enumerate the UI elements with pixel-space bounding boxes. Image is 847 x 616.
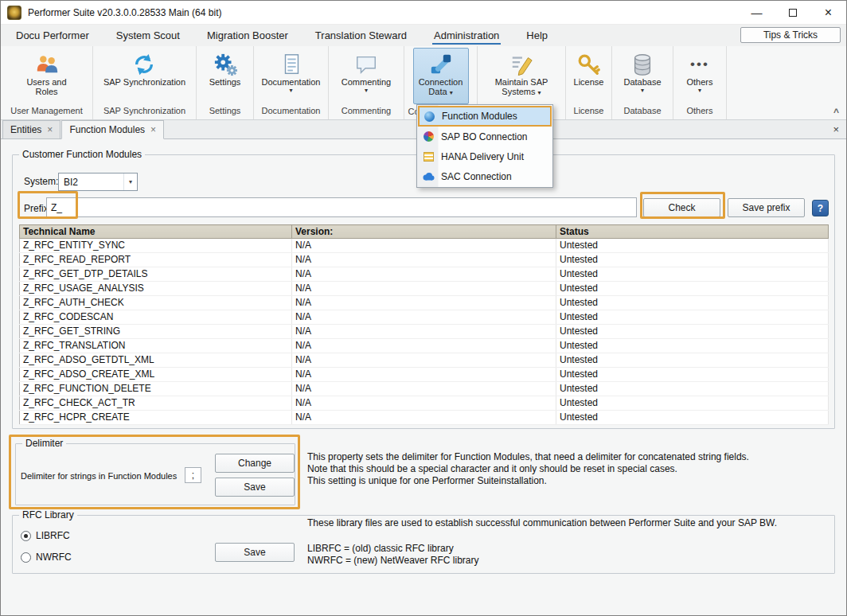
ribbon-group-user-management: Users and Roles User Management	[1, 46, 93, 119]
table-row[interactable]: Z_RFC_CHECK_ACT_TR N/A Untested	[20, 396, 829, 411]
ellipsis-icon: •••	[690, 51, 709, 77]
cell-technical-name: Z_RFC_CHECK_ACT_TR	[20, 396, 292, 411]
save-prefix-button[interactable]: Save prefix	[728, 198, 805, 217]
librfc-radio[interactable]: LIBRFC	[21, 530, 70, 541]
cell-version: N/A	[292, 253, 556, 267]
close-icon[interactable]: ×	[150, 124, 156, 135]
table-row[interactable]: Z_RFC_CODESCAN N/A Untested	[20, 310, 829, 325]
close-icon[interactable]: ×	[47, 124, 53, 135]
menu-item-function-modules[interactable]: Function Modules	[418, 106, 552, 127]
ribbon-caption-commenting: Commenting	[329, 103, 404, 119]
nwrfc-radio[interactable]: NWRFC	[21, 552, 72, 563]
chevron-down-icon: ▾	[365, 87, 368, 94]
rfc-description-line1: These library files are used to establis…	[307, 517, 777, 528]
others-button[interactable]: ••• Others ▾	[683, 48, 716, 95]
settings-button[interactable]: Settings	[206, 48, 244, 88]
database-button[interactable]: Database ▾	[620, 48, 664, 95]
users-and-roles-button[interactable]: Users and Roles	[21, 48, 73, 97]
table-row[interactable]: Z_RFC_TRANSLATION N/A Untested	[20, 339, 829, 353]
delimiter-input[interactable]	[185, 467, 201, 483]
pencil-edit-icon	[509, 51, 533, 77]
table-row[interactable]: Z_RFC_GET_STRING N/A Untested	[20, 325, 829, 339]
table-row[interactable]: Z_RFC_USAGE_ANALYSIS N/A Untested	[20, 282, 829, 296]
cell-status: Untested	[556, 368, 829, 382]
column-header-status[interactable]: Status	[556, 225, 829, 239]
menubar: Docu Performer System Scout Migration Bo…	[1, 25, 846, 46]
menu-item-sac-connection[interactable]: SAC Connection	[418, 166, 552, 186]
cell-version: N/A	[292, 296, 556, 310]
ribbon-caption-license: License	[566, 103, 611, 119]
window-controls: — ×	[739, 1, 846, 24]
table-row[interactable]: Z_RFC_FUNCTION_DELETE N/A Untested	[20, 382, 829, 396]
cell-status: Untested	[556, 239, 829, 253]
key-icon	[576, 51, 600, 77]
minimize-icon: —	[751, 6, 763, 19]
cell-version: N/A	[292, 353, 556, 368]
minimize-button[interactable]: —	[739, 1, 775, 24]
table-row[interactable]: Z_RFC_GET_DTP_DETAILS N/A Untested	[20, 267, 829, 282]
sap-synchronization-button[interactable]: SAP Synchronization	[100, 48, 189, 88]
maintain-sap-systems-button[interactable]: Maintain SAP Systems ▾	[489, 48, 554, 97]
ribbon-group-others: ••• Others ▾ Others	[673, 46, 727, 119]
change-delimiter-button[interactable]: Change	[215, 454, 295, 473]
documentation-button[interactable]: Documentation ▾	[259, 48, 324, 95]
cell-status: Untested	[556, 353, 829, 368]
cell-status: Untested	[556, 411, 829, 425]
cell-version: N/A	[292, 411, 556, 425]
window-title: Performer Suite v20.3.0.0.28533 Main (64…	[28, 7, 221, 18]
system-combobox[interactable]: BI2 ▾	[58, 173, 138, 191]
table-row[interactable]: Z_RFC_ADSO_CREATE_XML N/A Untested	[20, 368, 829, 382]
ribbon-caption-user-management: User Management	[1, 103, 92, 119]
ribbon-caption-settings: Settings	[197, 103, 253, 119]
maximize-button[interactable]	[775, 1, 810, 24]
table-row[interactable]: Z_RFC_ADSO_GETDTL_XML N/A Untested	[20, 353, 829, 368]
cell-status: Untested	[556, 310, 829, 325]
titlebar: Performer Suite v20.3.0.0.28533 Main (64…	[1, 1, 846, 25]
column-header-technical-name[interactable]: Technical Name	[20, 225, 292, 239]
chevron-down-icon: ▾	[123, 173, 137, 190]
menu-system-scout[interactable]: System Scout	[103, 25, 193, 46]
system-label: System:	[24, 176, 58, 187]
table-row[interactable]: Z_RFC_ENTITY_SYNC N/A Untested	[20, 239, 829, 253]
prefix-input[interactable]	[46, 197, 637, 217]
menu-migration-booster[interactable]: Migration Booster	[193, 25, 302, 46]
table-row[interactable]: Z_RFC_AUTH_CHECK N/A Untested	[20, 296, 829, 310]
close-tab-icon[interactable]: ×	[833, 123, 839, 135]
ribbon-caption-documentation: Documentation	[254, 103, 328, 119]
menu-administration[interactable]: Administration	[420, 25, 513, 46]
hana-delivery-unit-icon	[422, 150, 435, 163]
column-header-version[interactable]: Version:	[292, 225, 556, 239]
tab-function-modules[interactable]: Function Modules ×	[61, 120, 164, 139]
menu-item-sap-bo-connection[interactable]: SAP BO Connection	[418, 127, 552, 146]
sync-icon	[132, 51, 156, 77]
tab-entities[interactable]: Entities ×	[2, 120, 60, 138]
save-rfc-library-button[interactable]: Save	[215, 543, 295, 562]
delimiter-description-line3: This setting is unique for one Performer…	[307, 475, 547, 486]
chevron-down-icon: ▾	[538, 89, 541, 96]
ribbon-caption-others: Others	[673, 103, 726, 119]
commenting-button[interactable]: Commenting ▾	[338, 48, 394, 95]
ribbon-filler	[727, 46, 846, 119]
table-row[interactable]: Z_RFC_HCPR_CREATE N/A Untested	[20, 411, 829, 425]
app-window: Performer Suite v20.3.0.0.28533 Main (64…	[0, 0, 847, 616]
check-button[interactable]: Check	[643, 198, 720, 217]
tips-and-tricks-button[interactable]: Tips & Tricks	[740, 27, 841, 43]
save-delimiter-button[interactable]: Save	[215, 478, 295, 497]
close-button[interactable]: ×	[810, 1, 846, 24]
cell-version: N/A	[292, 396, 556, 411]
menu-translation-steward[interactable]: Translation Steward	[302, 25, 420, 46]
menu-item-hana-delivery-unit[interactable]: HANA Delivery Unit	[418, 146, 552, 166]
license-button[interactable]: License	[571, 48, 607, 88]
help-button[interactable]: ?	[812, 200, 829, 216]
table-row[interactable]: Z_RFC_READ_REPORT N/A Untested	[20, 253, 829, 267]
cell-version: N/A	[292, 339, 556, 353]
collapse-ribbon-icon[interactable]: ^	[833, 107, 839, 118]
menu-help[interactable]: Help	[513, 25, 561, 46]
cloud-icon	[422, 170, 435, 183]
connection-data-button[interactable]: Connection Data ▾	[413, 48, 469, 104]
chevron-down-icon: ▾	[450, 89, 453, 96]
cell-status: Untested	[556, 296, 829, 310]
ribbon-group-database: Database ▾ Database	[612, 46, 673, 119]
menu-docu-performer[interactable]: Docu Performer	[2, 25, 103, 46]
cell-status: Untested	[556, 325, 829, 339]
